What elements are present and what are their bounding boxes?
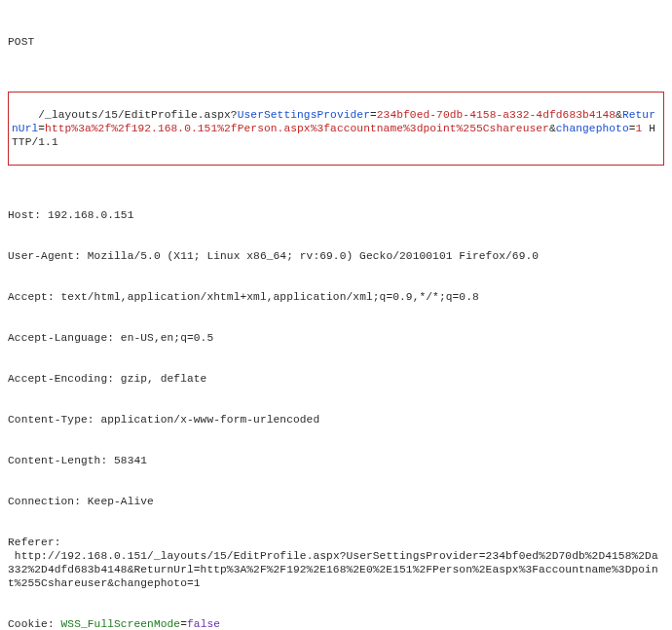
header-accept: Accept: text/html,application/xhtml+xml,… <box>8 290 664 304</box>
header-content-type: Content-Type: application/x-www-form-url… <box>8 413 664 426</box>
path-prefix: /_layouts/15/EditProfile.aspx? <box>38 109 237 121</box>
cookie-value: false <box>187 618 220 630</box>
param1-value: 234bf0ed-70db-4158-a332-4dfd683b4148 <box>377 109 616 121</box>
header-user-agent: User-Agent: Mozilla/5.0 (X11; Linux x86_… <box>8 249 664 263</box>
header-accept-encoding: Accept-Encoding: gzip, deflate <box>8 372 664 386</box>
http-request-section: POST /_layouts/15/EditProfile.aspx?UserS… <box>8 8 664 630</box>
request-line-box: /_layouts/15/EditProfile.aspx?UserSettin… <box>8 92 664 166</box>
param1-name: UserSettingsProvider <box>238 109 370 121</box>
param2-value: http%3a%2f%2f192.168.0.151%2fPerson.aspx… <box>45 123 549 134</box>
param3-name: changephoto <box>556 123 629 134</box>
header-connection: Connection: Keep-Alive <box>8 495 664 508</box>
header-cookie: Cookie: WSS_FullScreenMode=false <box>8 617 664 630</box>
request-method: POST <box>8 35 664 49</box>
header-referer: Referer: http://192.168.0.151/_layouts/1… <box>8 536 664 590</box>
header-host: Host: 192.168.0.151 <box>8 208 664 222</box>
cookie-key: WSS_FullScreenMode <box>55 618 180 630</box>
header-content-length: Content-Length: 58341 <box>8 454 664 467</box>
header-accept-language: Accept-Language: en-US,en;q=0.5 <box>8 331 664 345</box>
